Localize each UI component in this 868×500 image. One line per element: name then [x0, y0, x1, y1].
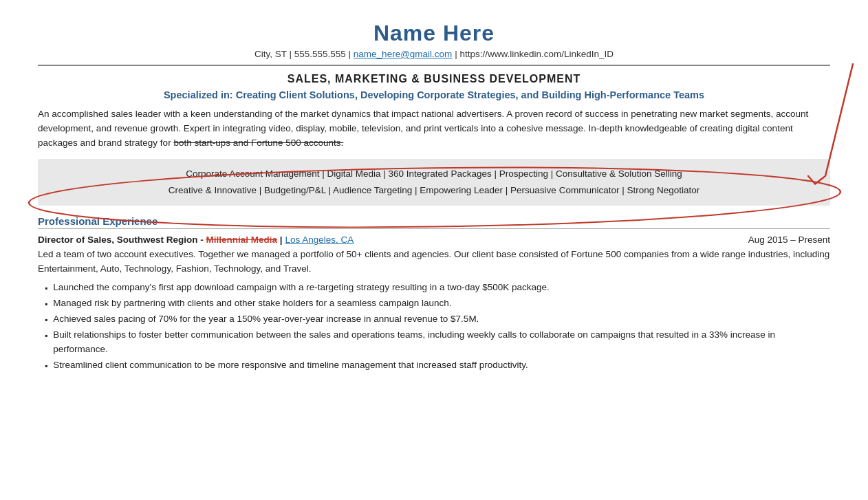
- resume-page: Name Here City, ST | 555.555.555 | name_…: [0, 0, 868, 388]
- specialization-line: Specialized in: Creating Client Solution…: [38, 89, 830, 100]
- skills-box: Corporate Account Management | Digital M…: [38, 159, 830, 206]
- job-title-text: Director of Sales, Southwest Region: [38, 235, 198, 245]
- header-divider: [38, 65, 830, 66]
- job-entry-1: Director of Sales, Southwest Region - Mi…: [38, 235, 830, 372]
- resume-header: Name Here City, ST | 555.555.555 | name_…: [38, 21, 830, 59]
- job-header: Director of Sales, Southwest Region - Mi…: [38, 235, 830, 245]
- professional-experience-heading: Professional Experience: [38, 215, 830, 229]
- email-link[interactable]: name_here@gmail.com: [354, 49, 453, 59]
- job-date: Aug 2015 – Present: [748, 235, 830, 245]
- job-bullets: Launched the company's first app downloa…: [45, 281, 830, 373]
- main-section-title: SALES, MARKETING & BUSINESS DEVELOPMENT: [38, 73, 830, 85]
- bullet-item: Built relationships to foster better com…: [45, 328, 830, 357]
- company-name: Millennial Media: [206, 235, 278, 245]
- bullet-item: Streamlined client communication to be m…: [45, 358, 830, 373]
- bullet-item: Launched the company's first app downloa…: [45, 281, 830, 295]
- strikethrough-text: both start-ups and Fortune 500 accounts.: [173, 138, 343, 148]
- skills-row-1: Corporate Account Management | Digital M…: [49, 166, 819, 182]
- candidate-name: Name Here: [38, 21, 830, 46]
- job-title: Director of Sales, Southwest Region - Mi…: [38, 235, 354, 245]
- professional-experience-section: Professional Experience Director of Sale…: [38, 215, 830, 372]
- bullet-item: Achieved sales pacing of 70% for the yea…: [45, 312, 830, 327]
- job-separator: -: [200, 235, 206, 245]
- job-location: Los Angeles, CA: [285, 235, 354, 245]
- job-description: Led a team of two account executives. To…: [38, 248, 830, 276]
- bullet-item: Managed risk by partnering with clients …: [45, 296, 830, 311]
- contact-info: City, ST | 555.555.555 | name_here@gmail…: [38, 49, 830, 59]
- summary-paragraph: An accomplished sales leader with a keen…: [38, 107, 830, 151]
- skills-row-2: Creative & Innovative | Budgeting/P&L | …: [49, 182, 819, 199]
